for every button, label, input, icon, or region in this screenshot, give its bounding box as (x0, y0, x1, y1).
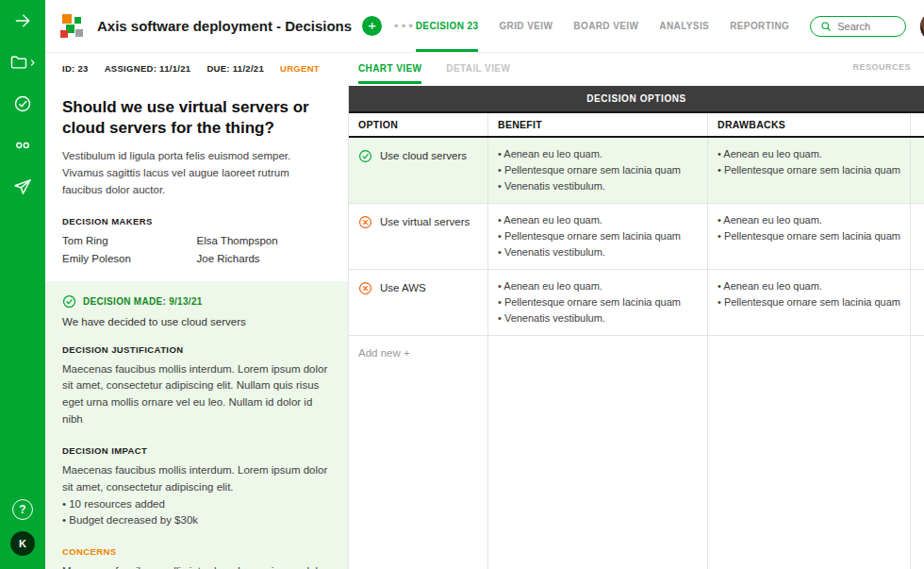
dots-icon[interactable] (13, 136, 32, 155)
justification-text: Maecenas faucibus mollis interdum. Lorem… (62, 361, 331, 428)
check-circle-icon[interactable] (13, 94, 32, 113)
decision-maker: Elsa Thompspon (197, 235, 332, 246)
add-button[interactable]: + (362, 16, 382, 36)
app-logo (60, 14, 85, 39)
impact-heading: DECISION IMPACT (62, 445, 331, 456)
concerns-text: Maecenas faucibus mollis interdum. Lorem… (62, 563, 331, 569)
page-title: Axis software deployment - Decisions (97, 18, 352, 34)
table-row: Use virtual servers • Aenean eu leo quam… (349, 204, 924, 270)
drawbacks-cell: • Aenean eu leo quam. • Pellentesque orn… (708, 138, 911, 203)
add-new-option-button[interactable]: Add new + (349, 336, 488, 569)
justification-heading: DECISION JUSTIFICATION (62, 344, 331, 355)
option-label: Use AWS (380, 281, 426, 293)
workspace-avatar[interactable]: K (10, 531, 35, 556)
search-icon (820, 21, 832, 32)
due-date: DUE: 11/2/21 (206, 63, 264, 74)
decision-maker: Joe Richards (197, 253, 332, 264)
decision-makers-list: Tom Ring Elsa Thompspon Emily Poleson Jo… (62, 235, 331, 264)
options-table-title: DECISION OPTIONS (349, 86, 924, 111)
nav-analysis[interactable]: ANALYSIS (659, 0, 709, 52)
decision-question: Should we use virtual servers or cloud s… (62, 97, 331, 139)
column-header-drawbacks: DRAWBACKS (708, 113, 911, 136)
option-rejected-icon (358, 215, 372, 229)
decision-meta: ID: 23 ASSIGNED: 11/1/21 DUE: 11/2/21 UR… (62, 63, 320, 74)
benefit-cell: • Aenean eu leo quam. • Pellentesque orn… (488, 138, 708, 203)
benefit-cell: • Aenean eu leo quam. • Pellentesque orn… (488, 270, 708, 335)
benefit-cell: • Aenean eu leo quam. • Pellentesque orn… (488, 204, 708, 269)
decision-made-section: DECISION MADE: 9/13/21 We have decided t… (45, 281, 348, 569)
option-label: Use virtual servers (380, 215, 470, 227)
decision-maker: Emily Poleson (62, 253, 197, 264)
options-table-header: OPTION BENEFIT DRAWBACKS (349, 111, 924, 138)
drawbacks-cell: • Aenean eu leo quam. • Pellentesque orn… (708, 270, 911, 335)
arrow-right-icon[interactable] (13, 11, 32, 30)
subheader: ID: 23 ASSIGNED: 11/1/21 DUE: 11/2/21 UR… (45, 53, 924, 84)
table-row: Use AWS • Aenean eu leo quam. • Pellente… (349, 270, 924, 336)
more-options-icon[interactable]: ••• (394, 19, 416, 33)
option-rejected-icon (358, 281, 372, 295)
impact-text: Maecenas faucibus mollis interdum. Lorem… (62, 462, 331, 496)
impact-bullet: • Budget decreased by $30k (62, 512, 331, 529)
decision-id: ID: 23 (62, 63, 89, 74)
nav-board-view[interactable]: BOARD VEIW (573, 0, 638, 52)
app-sidebar: ? K (0, 0, 45, 569)
nav-decision-23[interactable]: DECISION 23 (416, 0, 479, 52)
check-circle-icon (62, 294, 76, 309)
search-input[interactable] (837, 21, 896, 32)
header-nav: DECISION 23 GRID VEIW BOARD VEIW ANALYSI… (416, 0, 790, 52)
decision-made-text: We have decided to use cloud servers (62, 316, 331, 327)
view-tabs: CHART VIEW DETAIL VIEW (358, 53, 510, 84)
add-new-row: Add new + (349, 336, 924, 569)
search-box[interactable] (810, 16, 906, 37)
help-icon[interactable]: ? (12, 499, 33, 520)
tab-chart-view[interactable]: CHART VIEW (358, 53, 421, 84)
impact-bullet: • 10 resources added (62, 496, 331, 513)
column-header-benefit: BENEFIT (488, 113, 708, 136)
option-accepted-icon (358, 149, 372, 163)
concerns-heading: CONCERNS (62, 546, 331, 557)
option-label: Use cloud servers (380, 149, 467, 161)
decision-maker: Tom Ring (62, 235, 197, 246)
decision-makers-heading: DECISION MAKERS (62, 216, 331, 226)
urgent-badge: URGENT (280, 63, 320, 74)
resources-link[interactable]: RESOURCES (852, 62, 911, 72)
user-avatar[interactable] (919, 10, 924, 42)
column-header-option: OPTION (349, 113, 488, 136)
decision-panel: Should we use virtual servers or cloud s… (45, 84, 349, 569)
nav-grid-view[interactable]: GRID VEIW (499, 0, 553, 52)
folder-icon[interactable] (9, 53, 37, 72)
nav-reporting[interactable]: REPORTING (730, 0, 789, 52)
chevron-right-icon (28, 59, 37, 67)
top-header: Axis software deployment - Decisions + •… (45, 0, 924, 53)
decision-description: Vestibulum id ligula porta felis euismod… (62, 148, 331, 198)
tab-detail-view[interactable]: DETAIL VIEW (446, 53, 510, 84)
drawbacks-cell: • Aenean eu leo quam. • Pellentesque orn… (708, 204, 911, 269)
options-panel: DECISION OPTIONS OPTION BENEFIT DRAWBACK… (349, 84, 924, 569)
table-row: Use cloud servers • Aenean eu leo quam. … (349, 138, 924, 204)
assigned-date: ASSIGNED: 11/1/21 (105, 63, 191, 74)
send-icon[interactable] (13, 177, 32, 196)
decision-made-label: DECISION MADE: 9/13/21 (83, 296, 203, 307)
